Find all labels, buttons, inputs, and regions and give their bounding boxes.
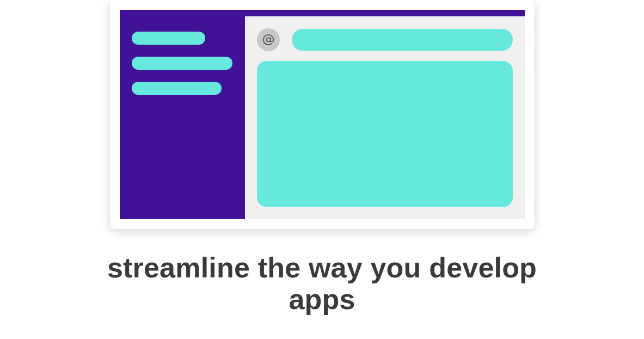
mockup-search-bar: [292, 29, 513, 51]
mockup-titlebar: [120, 10, 525, 16]
mockup-content-block: [257, 61, 513, 207]
mockup-nav-item: [132, 82, 222, 95]
svg-point-0: [266, 38, 270, 41]
mockup-main-area: [245, 16, 525, 219]
app-mockup: [120, 10, 525, 219]
mockup-nav-item: [132, 32, 205, 45]
mockup-header-row: [257, 28, 513, 51]
mockup-body: [120, 16, 525, 219]
app-mockup-card: [110, 0, 535, 229]
mockup-sidebar: [120, 16, 245, 219]
mockup-nav-item: [132, 57, 232, 70]
at-sign-icon: [257, 28, 280, 51]
hero-headline: streamline the way you develop apps: [99, 252, 545, 315]
